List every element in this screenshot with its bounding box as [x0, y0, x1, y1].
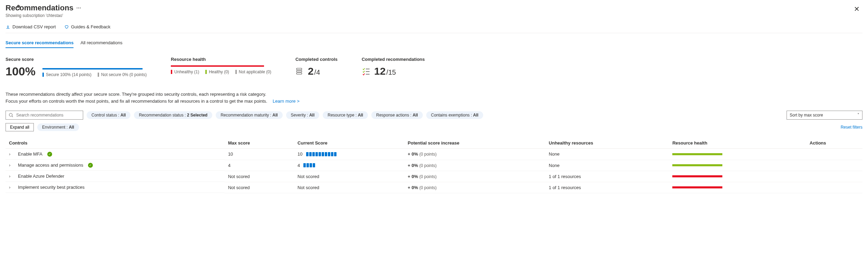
guides-feedback-label: Guides & Feedback: [71, 24, 110, 29]
filter-control-status[interactable]: Control status : All: [87, 111, 130, 119]
potential-increase: + 0% (0 points): [404, 160, 545, 171]
resource-health-bar: [672, 186, 722, 188]
unhealthy-resources: 1 of 1 resources: [545, 171, 669, 182]
filter-response-actions[interactable]: Response actions : All: [371, 111, 423, 119]
legend-secure: Secure 100% (14 points): [42, 72, 91, 77]
filter-maturity[interactable]: Recommendation maturity : All: [216, 111, 282, 119]
chevron-right-icon[interactable]: ›: [9, 174, 13, 179]
close-button[interactable]: ✕: [851, 3, 862, 15]
col-current[interactable]: Current Score: [294, 138, 404, 149]
max-score: 4: [225, 160, 294, 171]
actions-cell: [806, 182, 862, 193]
completed-controls-num: 2: [308, 65, 314, 77]
resource-health-cell: [669, 182, 806, 193]
legend-not-secure: Not secure 0% (0 points): [98, 72, 147, 77]
filter-environment[interactable]: Environment : All: [37, 123, 79, 131]
svg-rect-1: [296, 71, 302, 72]
secure-score-label: Secure score: [6, 57, 147, 62]
heart-icon: [64, 25, 69, 29]
potential-increase: + 0% (0 points): [404, 149, 545, 160]
cursor-icon: [15, 4, 22, 11]
completed-rec-label: Completed recommendations: [362, 57, 425, 62]
actions-cell: [806, 149, 862, 160]
col-controls[interactable]: Controls: [6, 138, 225, 149]
checklist-icon: [295, 67, 304, 76]
control-name: Enable Azure Defender: [18, 174, 64, 179]
max-score: Not scored: [225, 171, 294, 182]
filter-recommendation-status[interactable]: Recommendation status : 2 Selected: [134, 111, 212, 119]
check-badge-icon: ✓: [47, 152, 52, 157]
chevron-right-icon[interactable]: ›: [9, 185, 13, 190]
current-score: Not scored: [294, 182, 404, 193]
control-name: Enable MFA: [18, 151, 42, 157]
actions-cell: [806, 171, 862, 182]
secure-score-block: Secure score 100% Secure 100% (14 points…: [6, 57, 147, 77]
guides-feedback-button[interactable]: Guides & Feedback: [64, 24, 110, 29]
col-actions[interactable]: Actions: [806, 138, 862, 149]
completed-controls-label: Completed controls: [295, 57, 338, 62]
completed-recommendations-block: Completed recommendations 12/15: [362, 57, 425, 77]
score-dots: [303, 163, 315, 167]
tab-secure-score[interactable]: Secure score recommendations: [6, 40, 74, 48]
download-csv-button[interactable]: Download CSV report: [6, 24, 56, 29]
legend-na: Not applicable (0): [235, 69, 271, 74]
check-badge-icon: ✓: [88, 163, 93, 168]
chevron-right-icon[interactable]: ›: [9, 151, 13, 157]
col-potential[interactable]: Potential score increase: [404, 138, 545, 149]
table-row[interactable]: › Enable MFA ✓1010+ 0% (0 points)None: [6, 149, 862, 160]
resource-health-bar: [171, 65, 264, 67]
col-rh[interactable]: Resource health: [669, 138, 806, 149]
unhealthy-resources: 1 of 1 resources: [545, 182, 669, 193]
tasks-icon: [362, 67, 371, 76]
table-row[interactable]: › Manage access and permissions ✓44+ 0% …: [6, 160, 862, 171]
resource-health-cell: [669, 149, 806, 160]
score-dots: [306, 152, 337, 156]
svg-rect-0: [296, 68, 302, 69]
resource-health-block: Resource health Unhealthy (1) Healthy (0…: [171, 57, 271, 77]
svg-rect-2: [296, 73, 302, 74]
learn-more-link[interactable]: Learn more >: [273, 99, 300, 104]
filter-resource-type[interactable]: Resource type : All: [323, 111, 368, 119]
potential-increase: + 0% (0 points): [404, 182, 545, 193]
completed-controls-block: Completed controls 2/4: [295, 57, 338, 77]
max-score: 10: [225, 149, 294, 160]
more-menu-icon[interactable]: ⋯: [76, 5, 81, 11]
unhealthy-resources: None: [545, 149, 669, 160]
actions-cell: [806, 160, 862, 171]
control-name: Implement security best practices: [18, 185, 85, 190]
control-name: Manage access and permissions: [18, 162, 83, 168]
secure-score-value: 100%: [6, 65, 36, 77]
reset-filters-link[interactable]: Reset filters: [841, 125, 862, 130]
table-row[interactable]: › Enable Azure Defender Not scoredNot sc…: [6, 171, 862, 182]
resource-health-bar: [672, 164, 722, 166]
search-icon: [9, 113, 13, 118]
col-unhealthy[interactable]: Unhealthy resources: [545, 138, 669, 149]
recommendations-table: Controls Max score Current Score Potenti…: [6, 138, 862, 193]
current-score: 10: [294, 149, 404, 160]
legend-healthy: Healthy (0): [205, 69, 229, 74]
table-row[interactable]: › Implement security best practices Not …: [6, 182, 862, 193]
search-input[interactable]: [16, 112, 80, 118]
description-line1: These recommendations directly affect yo…: [6, 92, 266, 97]
download-csv-label: Download CSV report: [12, 24, 56, 29]
chevron-right-icon[interactable]: ›: [9, 162, 13, 168]
resource-health-cell: [669, 171, 806, 182]
svg-point-6: [9, 113, 12, 117]
current-score: Not scored: [294, 171, 404, 182]
completed-rec-denom: /15: [386, 68, 396, 76]
current-score: 4: [294, 160, 404, 171]
unhealthy-resources: None: [545, 160, 669, 171]
expand-all-button[interactable]: Expand all: [6, 123, 34, 131]
download-icon: [6, 25, 10, 29]
resource-health-bar: [672, 153, 722, 155]
search-input-wrapper[interactable]: [6, 111, 83, 120]
tab-all-recommendations[interactable]: All recommendations: [80, 40, 122, 48]
max-score: Not scored: [225, 182, 294, 193]
filter-exemptions[interactable]: Contains exemptions : All: [426, 111, 483, 119]
col-max[interactable]: Max score: [225, 138, 294, 149]
completed-controls-denom: /4: [314, 68, 320, 76]
filter-severity[interactable]: Severity : All: [286, 111, 320, 119]
sort-label: Sort by max score: [790, 113, 823, 118]
legend-unhealthy: Unhealthy (1): [171, 69, 199, 74]
sort-dropdown[interactable]: Sort by max score ˅: [787, 111, 862, 120]
